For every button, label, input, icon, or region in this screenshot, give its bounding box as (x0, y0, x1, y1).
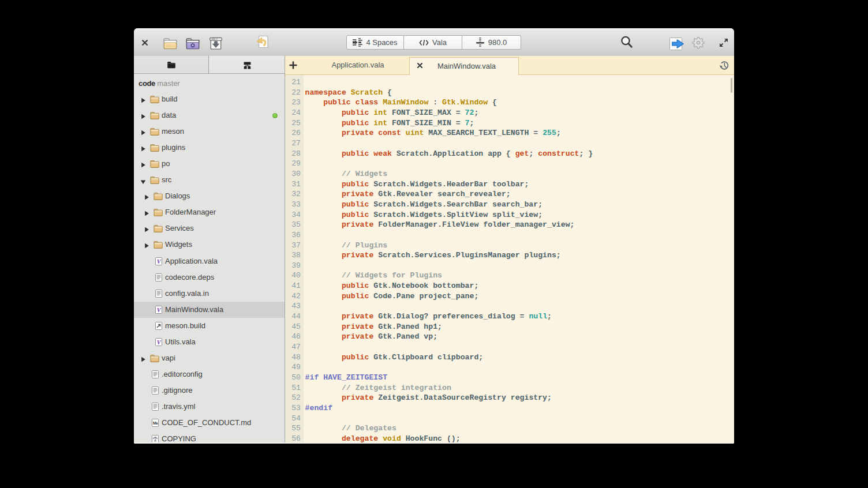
svg-text:M: M (153, 421, 156, 425)
